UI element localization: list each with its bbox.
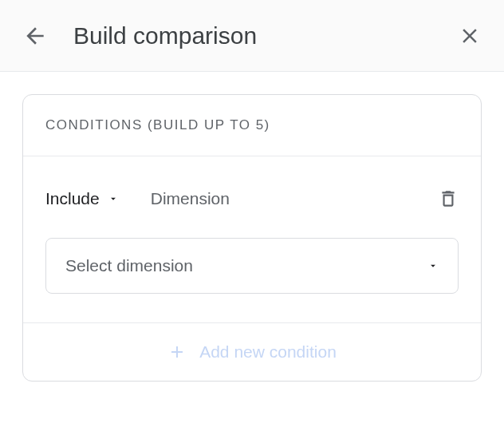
dimension-label: Dimension: [151, 189, 438, 208]
condition-row: Include Dimension Select dimension: [23, 156, 481, 323]
trash-icon: [438, 188, 459, 209]
content-area: CONDITIONS (BUILD UP TO 5) Include Dimen…: [0, 72, 504, 404]
close-icon: [458, 24, 482, 48]
conditions-card: CONDITIONS (BUILD UP TO 5) Include Dimen…: [22, 94, 482, 382]
header: Build comparison: [0, 0, 504, 72]
include-label: Include: [45, 189, 100, 208]
page-title: Build comparison: [73, 22, 458, 49]
dimension-select-placeholder: Select dimension: [65, 256, 193, 275]
back-button[interactable]: [22, 23, 48, 49]
arrow-back-icon: [22, 23, 48, 49]
add-condition-label: Add new condition: [199, 342, 337, 362]
caret-down-icon: [108, 193, 119, 204]
include-exclude-dropdown[interactable]: Include: [45, 189, 119, 208]
caret-down-icon: [427, 260, 439, 271]
condition-top-row: Include Dimension: [45, 188, 459, 209]
conditions-card-header: CONDITIONS (BUILD UP TO 5): [23, 95, 481, 156]
close-button[interactable]: [458, 24, 482, 48]
plus-icon: [167, 342, 187, 362]
add-condition-button[interactable]: Add new condition: [23, 323, 481, 381]
dimension-select[interactable]: Select dimension: [45, 238, 459, 294]
delete-condition-button[interactable]: [438, 188, 459, 209]
